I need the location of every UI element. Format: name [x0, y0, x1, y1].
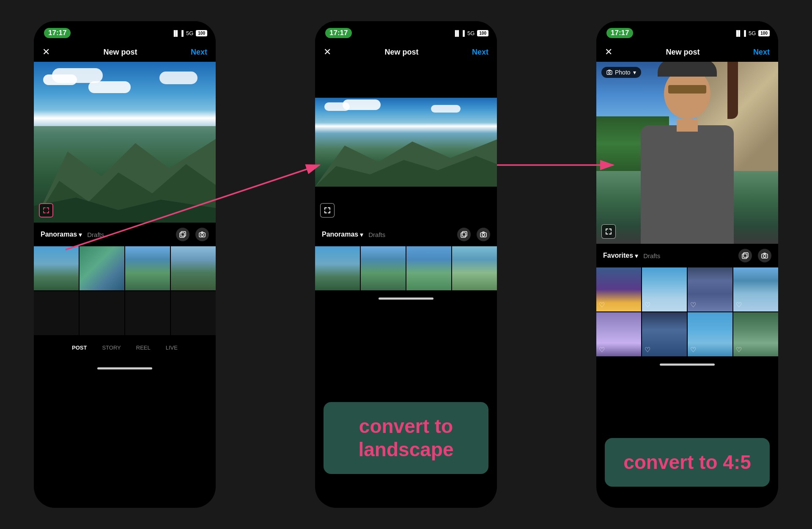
album-name-3: Favorites — [603, 252, 633, 259]
svg-rect-4 — [181, 231, 186, 236]
thumb-1-6[interactable] — [80, 291, 124, 335]
nav-title-3: New post — [666, 48, 700, 57]
thumb-3-7[interactable]: ♡ — [688, 312, 732, 356]
battery-icon-3: 100 — [758, 30, 770, 36]
home-bar-3 — [660, 364, 715, 366]
tab-post-1[interactable]: POST — [69, 342, 90, 353]
album-name-1: Panoramas — [41, 231, 77, 238]
status-bar-1: 17:17 ▐▌▐ 5G 100 — [34, 21, 216, 42]
photo-badge-label: Photo — [615, 69, 631, 76]
multi-select-icon-3[interactable] — [738, 249, 752, 262]
svg-rect-10 — [462, 231, 467, 236]
thumb-2-3[interactable] — [406, 246, 451, 290]
thumb-2-4[interactable] — [452, 246, 497, 290]
thumb-1-1[interactable] — [34, 246, 79, 290]
thumb-3-6[interactable]: ♡ — [642, 312, 687, 356]
thumb-3-1[interactable]: ♡ — [596, 267, 641, 311]
tab-live-1[interactable]: LIVE — [162, 342, 181, 353]
heart-icon-3-4: ♡ — [736, 301, 742, 309]
mountain-svg-2 — [315, 133, 497, 187]
thumb-2-2[interactable] — [361, 246, 406, 290]
nav-bar-2: ✕ New post Next — [315, 42, 497, 62]
phone-1: 17:17 ▐▌▐ 5G 100 ✕ New post Next — [34, 21, 216, 508]
thumb-3-5[interactable]: ♡ — [596, 312, 641, 356]
expand-icon-3[interactable] — [601, 224, 616, 239]
status-bar-3: 17:17 ▐▌▐ 5G 100 — [596, 21, 778, 42]
expand-icon-1[interactable] — [39, 203, 53, 218]
close-button-3[interactable]: ✕ — [605, 47, 612, 58]
thumb-3-4[interactable]: ♡ — [733, 267, 778, 311]
thumb-3-2[interactable]: ♡ — [642, 267, 687, 311]
thumb-grid-2 — [315, 246, 497, 290]
next-button-3[interactable]: Next — [753, 48, 770, 57]
tab-reel-1[interactable]: REEL — [133, 342, 154, 353]
svg-rect-3 — [180, 233, 184, 237]
network-label-3: 5G — [749, 30, 756, 36]
nav-bar-1: ✕ New post Next — [34, 42, 216, 62]
album-chevron-2: ▾ — [360, 231, 363, 239]
cloud-1d — [159, 72, 198, 84]
control-icons-3 — [738, 249, 771, 262]
nav-title-2: New post — [384, 48, 418, 57]
thumb-3-8[interactable]: ♡ — [733, 312, 778, 356]
thumb-grid-3: ♡ ♡ ♡ ♡ ♡ ♡ ♡ ♡ — [596, 267, 778, 356]
heart-icon-3-3: ♡ — [690, 301, 696, 309]
camera-icon-1[interactable] — [195, 228, 209, 241]
label-box-2: convert to landscape — [324, 402, 488, 474]
svg-point-18 — [763, 255, 766, 257]
heart-icon-3-5: ♡ — [599, 346, 605, 354]
bottom-controls-2: Panoramas ▾ Drafts — [315, 223, 497, 246]
mountain-svg-1 — [34, 118, 216, 223]
sunglasses — [668, 85, 706, 94]
album-selector-3[interactable]: Favorites ▾ Drafts — [603, 252, 660, 260]
person — [628, 83, 746, 244]
home-indicator-2 — [315, 290, 497, 303]
control-icons-2 — [457, 228, 490, 241]
status-icons-3: ▐▌▐ 5G 100 — [734, 30, 770, 36]
close-button-2[interactable]: ✕ — [324, 47, 331, 58]
close-button-1[interactable]: ✕ — [42, 47, 50, 58]
status-time-2: 17:17 — [325, 28, 352, 38]
phone-2: 17:17 ▐▌▐ 5G 100 ✕ New post Next — [315, 21, 497, 508]
thumb-1-8[interactable] — [171, 291, 216, 335]
thumb-grid-1 — [34, 246, 216, 335]
status-time-3: 17:17 — [606, 28, 633, 38]
thumb-1-2[interactable] — [80, 246, 124, 290]
cloud-1c — [88, 81, 131, 93]
thumb-3-3[interactable]: ♡ — [688, 267, 732, 311]
home-bar-1 — [97, 367, 152, 369]
next-button-2[interactable]: Next — [472, 48, 488, 57]
camera-icon-3[interactable] — [758, 249, 771, 262]
control-icons-1 — [176, 228, 209, 241]
cloud-2b — [343, 99, 381, 110]
svg-rect-16 — [743, 253, 748, 257]
nav-bar-3: ✕ New post Next — [596, 42, 778, 62]
cloud-1b — [52, 68, 103, 83]
thumb-1-4[interactable] — [171, 246, 216, 290]
label-box-3: convert to 4:5 — [605, 438, 770, 487]
svg-point-12 — [482, 234, 485, 236]
multi-select-icon-1[interactable] — [176, 228, 189, 241]
cloud-2c — [431, 105, 461, 113]
heart-icon-3-7: ♡ — [690, 346, 696, 354]
album-selector-2[interactable]: Panoramas ▾ Drafts — [322, 231, 385, 239]
camera-icon-2[interactable] — [477, 228, 490, 241]
multi-select-icon-2[interactable] — [457, 228, 471, 241]
expand-icon-2[interactable] — [320, 203, 335, 218]
status-icons-2: ▐▌▐ 5G 100 — [453, 30, 488, 36]
phone-3: 17:17 ▐▌▐ 5G 100 ✕ New post Next — [596, 21, 778, 508]
next-button-1[interactable]: Next — [191, 48, 207, 57]
thumb-2-1[interactable] — [315, 246, 360, 290]
convert-landscape-label: convert to landscape — [332, 415, 480, 461]
heart-icon-3-2: ♡ — [645, 301, 650, 309]
main-image-2 — [315, 62, 497, 223]
tab-story-1[interactable]: STORY — [99, 342, 124, 353]
hair — [727, 62, 738, 119]
tab-bar-1: POST STORY REEL LIVE — [34, 335, 216, 360]
photo-badge-3[interactable]: Photo ▾ — [601, 67, 641, 78]
album-chevron-1: ▾ — [79, 231, 82, 239]
thumb-1-5[interactable] — [34, 291, 79, 335]
thumb-1-3[interactable] — [125, 246, 170, 290]
album-selector-1[interactable]: Panoramas ▾ Drafts — [41, 231, 104, 239]
thumb-1-7[interactable] — [125, 291, 170, 335]
